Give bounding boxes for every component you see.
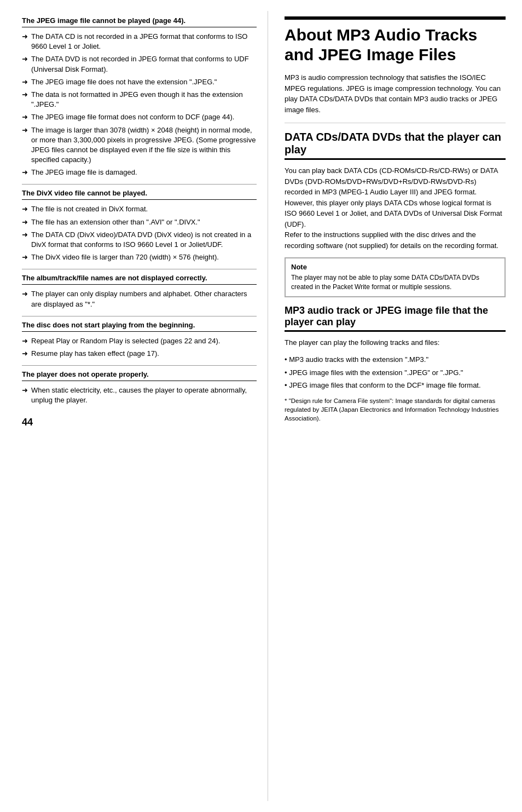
- list-item: ➜The data is not formatted in JPEG even …: [22, 90, 257, 110]
- bullet-list-album: ➜The player can only display numbers and…: [22, 289, 257, 309]
- arrow-icon: ➜: [22, 125, 28, 135]
- bullet-list-jpeg: ➜The DATA CD is not recorded in a JPEG f…: [22, 32, 257, 177]
- list-item: ➜The file has an extension other than ".…: [22, 217, 257, 227]
- list-item: ➜The player can only display numbers and…: [22, 289, 257, 309]
- bullet-list-divx: ➜The file is not created in DivX format.…: [22, 204, 257, 262]
- sub-title-data-cds: DATA CDs/DATA DVDs that the player can p…: [285, 131, 506, 160]
- section-title-divx: The DivX video file cannot be played.: [22, 189, 257, 200]
- section-disc-not-start: The disc does not start playing from the…: [22, 321, 257, 359]
- section-title-jpeg: The JPEG image file cannot be played (pa…: [22, 16, 257, 27]
- list-item: ➜The JPEG image file format does not con…: [22, 112, 257, 122]
- note-box: Note The player may not be able to play …: [285, 257, 506, 297]
- section-mp3-jpeg: MP3 audio track or JPEG image file that …: [285, 305, 506, 423]
- list-item: ➜The DATA DVD is not recorded in JPEG fo…: [22, 54, 257, 74]
- arrow-icon: ➜: [22, 230, 28, 240]
- page-number: 44: [22, 417, 257, 428]
- list-item: ➜The JPEG image file does not have the e…: [22, 77, 257, 87]
- list-item: ➜Resume play has taken effect (page 17).: [22, 349, 257, 359]
- section-player-not-operate: The player does not operate properly. ➜W…: [22, 370, 257, 405]
- arrow-icon: ➜: [22, 289, 28, 299]
- arrow-icon: ➜: [22, 54, 28, 64]
- section-divx-cannot-play: The DivX video file cannot be played. ➜T…: [22, 189, 257, 262]
- section-title-player: The player does not operate properly.: [22, 370, 257, 381]
- section-jpeg-cannot-play: The JPEG image file cannot be played (pa…: [22, 16, 257, 177]
- list-item: ➜Repeat Play or Random Play is selected …: [22, 336, 257, 346]
- arrow-icon: ➜: [22, 204, 28, 214]
- list-item: ➜The JPEG image file is damaged.: [22, 168, 257, 177]
- list-item: ➜The DATA CD is not recorded in a JPEG f…: [22, 32, 257, 51]
- bullet-list-disc: ➜Repeat Play or Random Play is selected …: [22, 336, 257, 359]
- mp3-bullet-list: MP3 audio tracks with the extension ".MP…: [285, 354, 506, 391]
- list-item: ➜The image is larger than 3078 (width) ×…: [22, 125, 257, 165]
- arrow-icon: ➜: [22, 385, 28, 395]
- sub-title-mp3: MP3 audio track or JPEG image file that …: [285, 305, 506, 332]
- arrow-icon: ➜: [22, 336, 28, 346]
- right-column: About MP3 Audio Tracks and JPEG Image Fi…: [268, 11, 522, 801]
- arrow-icon: ➜: [22, 252, 28, 262]
- list-item: ➜When static electricity, etc., causes t…: [22, 385, 257, 405]
- section-data-cds-dvds: DATA CDs/DATA DVDs that the player can p…: [285, 131, 506, 297]
- arrow-icon: ➜: [22, 90, 28, 100]
- main-intro: MP3 is audio compression technology that…: [285, 72, 506, 123]
- list-item: JPEG image files with the extension ".JP…: [285, 367, 506, 378]
- page: The JPEG image file cannot be played (pa…: [0, 0, 522, 812]
- arrow-icon: ➜: [22, 32, 28, 42]
- list-item: ➜The DivX video file is larger than 720 …: [22, 252, 257, 262]
- section-album-names: The album/track/file names are not displ…: [22, 274, 257, 309]
- main-title: About MP3 Audio Tracks and JPEG Image Fi…: [285, 16, 506, 65]
- left-column: The JPEG image file cannot be played (pa…: [0, 11, 268, 801]
- note-text: The player may not be able to play some …: [291, 273, 499, 292]
- list-item: ➜The DATA CD (DivX video)/DATA DVD (DivX…: [22, 230, 257, 250]
- arrow-icon: ➜: [22, 217, 28, 227]
- arrow-icon: ➜: [22, 77, 28, 87]
- sub-content-data-cds: You can play back DATA CDs (CD-ROMs/CD-R…: [285, 165, 506, 251]
- list-item: JPEG image files that conform to the DCF…: [285, 380, 506, 391]
- bullet-list-player: ➜When static electricity, etc., causes t…: [22, 385, 257, 405]
- arrow-icon: ➜: [22, 168, 28, 177]
- arrow-icon: ➜: [22, 349, 28, 359]
- list-item: ➜The file is not created in DivX format.: [22, 204, 257, 214]
- list-item: MP3 audio tracks with the extension ".MP…: [285, 354, 506, 365]
- arrow-icon: ➜: [22, 112, 28, 122]
- mp3-intro: The player can play the following tracks…: [285, 337, 506, 348]
- footnote: * "Design rule for Camera File system": …: [285, 396, 506, 423]
- section-title-disc: The disc does not start playing from the…: [22, 321, 257, 332]
- note-label: Note: [291, 263, 499, 271]
- section-title-album: The album/track/file names are not displ…: [22, 274, 257, 285]
